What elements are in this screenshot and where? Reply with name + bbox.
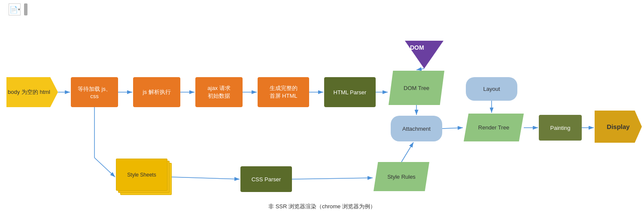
body-html-node: body 为空的 html [6, 77, 58, 107]
svg-line-10 [442, 128, 463, 129]
dom-label: DOM [410, 44, 424, 51]
drag-handle[interactable] [24, 3, 27, 15]
svg-line-16 [172, 177, 240, 179]
diagram: body 为空的 html 等待加载 js、 css js 解析执行 ajax … [0, 17, 644, 214]
wait-js-node: 等待加载 js、 css [71, 77, 118, 107]
svg-line-17 [292, 178, 373, 179]
attachment-node: Attachment [391, 116, 442, 141]
layout-node: Layout [466, 77, 517, 101]
css-parser-node: CSS Parser [240, 166, 292, 192]
svg-line-15 [94, 158, 115, 177]
style-sheets-node: Style Sheets [116, 159, 172, 197]
toolbar: 📄▾ [9, 3, 27, 15]
paper-front: Style Sheets [116, 159, 167, 191]
display-node: Display [595, 111, 642, 143]
gen-html-node: 生成完整的 首屏 HTML [258, 77, 309, 107]
painting-node: Painting [539, 115, 582, 141]
svg-line-18 [401, 142, 413, 162]
svg-line-8 [416, 69, 424, 70]
caption: 非 SSR 浏览器渲染（chrome 浏览器为例） [268, 203, 376, 210]
html-parser-node: HTML Parser [324, 77, 376, 107]
js-parse-node: js 解析执行 [133, 77, 180, 107]
ajax-req-node: ajax 请求 初始数据 [195, 77, 243, 107]
render-tree-node: Render Tree [464, 114, 524, 141]
dom-tree-node: DOM Tree [389, 71, 444, 105]
style-rules-node: Style Rules [374, 162, 429, 191]
file-icon[interactable]: 📄▾ [9, 3, 21, 15]
